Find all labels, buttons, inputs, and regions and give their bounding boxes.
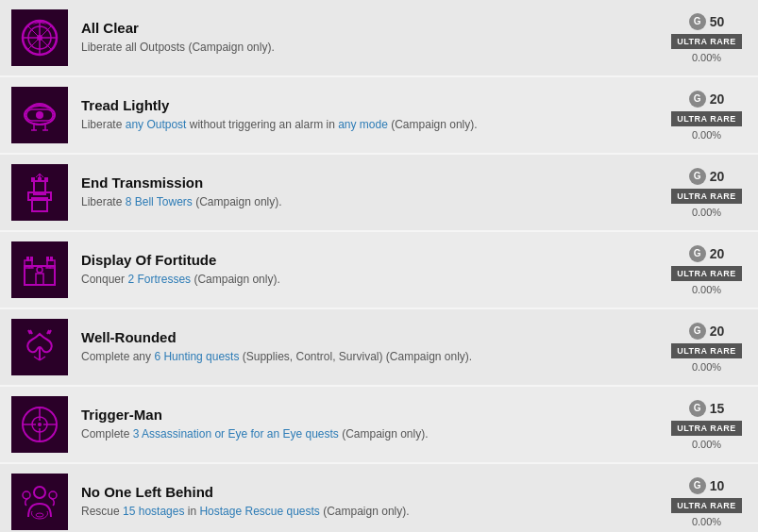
g-icon: G [689,477,706,494]
gamerscore: G 20 [689,323,725,340]
achievement-content: Trigger-Man Complete 3 Assassination or … [81,407,666,442]
rarity-percent: 0.00% [692,516,721,527]
achievement-content: Tread Lightly Liberate any Outpost witho… [81,97,666,133]
achievement-content: Well-Rounded Complete any 6 Hunting ques… [81,329,666,365]
rarity-badge: ULTRA RARE [671,34,742,49]
achievement-content: All Clear Liberate all Outposts (Campaig… [81,20,666,56]
gamerscore-value: 15 [710,401,725,416]
rarity-badge: ULTRA RARE [671,498,742,513]
achievement-row: End Transmission Liberate 8 Bell Towers … [0,155,758,232]
achievement-title: Display Of Fortitude [81,252,657,268]
achievement-description-container: Complete 3 Assassination or Eye for an E… [81,426,657,442]
achievement-description-container: Conquer 2 Fortresses (Campaign only). [81,272,657,288]
rarity-percent: 0.00% [692,52,721,63]
svg-rect-26 [36,274,43,285]
svg-rect-28 [30,257,33,261]
g-icon: G [689,245,706,262]
svg-point-42 [34,487,45,498]
achievement-highlight: 2 Fortresses [127,273,191,286]
svg-rect-17 [31,177,35,182]
achievement-right: G 10 ULTRA RARE 0.00% [666,477,747,527]
svg-rect-30 [50,257,53,261]
gamerscore-value: 20 [710,169,725,184]
achievement-description-container: Liberate any Outpost without triggering … [81,117,657,133]
achievement-description: Liberate all Outposts (Campaign only). [81,41,275,54]
svg-rect-27 [26,257,29,261]
achievement-icon-well-rounded [11,319,68,375]
gamerscore: G 10 [689,477,725,494]
achievement-right: G 20 ULTRA RARE 0.00% [666,91,747,141]
g-icon: G [689,168,706,185]
rarity-badge: ULTRA RARE [671,111,742,126]
rarity-percent: 0.00% [692,207,721,218]
achievement-icon-all-clear [11,9,68,66]
achievement-content: No One Left Behind Rescue 15 hostages in… [81,484,666,520]
gamerscore-value: 20 [710,91,725,107]
achievement-description-container: Liberate 8 Bell Towers (Campaign only). [81,194,657,210]
achievement-right: G 20 ULTRA RARE 0.00% [666,168,747,218]
svg-point-8 [36,111,43,119]
achievement-right: G 50 ULTRA RARE 0.00% [666,13,747,63]
gamerscore: G 20 [689,245,725,262]
achievement-icon-no-one-left-behind [11,474,68,530]
svg-point-44 [49,491,57,499]
svg-point-43 [23,491,30,499]
rarity-percent: 0.00% [692,129,721,141]
achievement-highlight: 8 Bell Towers [126,195,193,208]
achievement-icon-display-of-fortitude [11,241,68,298]
achievement-highlight: Hostage Rescue quests [199,505,319,518]
rarity-percent: 0.00% [692,284,721,295]
achievement-content: Display Of Fortitude Conquer 2 Fortresse… [81,252,666,288]
svg-point-6 [37,35,42,41]
achievement-highlight: any mode [338,118,388,131]
svg-rect-23 [25,266,55,285]
rarity-badge: ULTRA RARE [671,343,742,358]
rarity-percent: 0.00% [692,361,721,373]
achievement-title: All Clear [81,20,657,36]
achievement-highlight: any Outpost [126,118,187,131]
achievement-highlight: 6 Hunting quests [154,350,239,363]
gamerscore-value: 50 [710,14,725,29]
gamerscore-value: 20 [710,246,725,261]
achievement-row: No One Left Behind Rescue 15 hostages in… [0,464,758,532]
achievement-title: Tread Lightly [81,97,657,113]
achievement-row: Display Of Fortitude Conquer 2 Fortresse… [0,232,758,309]
g-icon: G [689,13,706,30]
achievement-highlight: 15 hostages [123,505,184,518]
g-icon: G [689,91,706,108]
achievement-icon-trigger-man [11,396,68,453]
svg-rect-29 [46,257,49,261]
achievement-title: Well-Rounded [81,329,657,345]
achievement-right: G 15 ULTRA RARE 0.00% [666,400,747,450]
achievement-description-container: Liberate all Outposts (Campaign only). [81,40,657,56]
gamerscore-value: 10 [710,478,725,493]
svg-point-36 [38,423,42,426]
rarity-badge: ULTRA RARE [671,421,742,436]
achievement-icon-end-transmission [11,164,68,221]
achievement-description-container: Rescue 15 hostages in Hostage Rescue que… [81,504,657,520]
achievement-right: G 20 ULTRA RARE 0.00% [666,323,747,373]
achievement-right: G 20 ULTRA RARE 0.00% [666,245,747,295]
achievement-title: No One Left Behind [81,484,657,500]
achievement-row: Well-Rounded Complete any 6 Hunting ques… [0,309,758,387]
achievement-list: All Clear Liberate all Outposts (Campaig… [0,0,758,532]
achievement-description-container: Complete any 6 Hunting quests (Supplies,… [81,349,657,365]
achievement-title: Trigger-Man [81,407,657,423]
g-icon: G [689,323,706,340]
gamerscore: G 20 [689,168,725,185]
achievement-highlight: 3 Assassination or Eye for an Eye quests [133,427,339,441]
svg-point-31 [37,267,42,273]
gamerscore: G 20 [689,91,725,108]
achievement-icon-tread-lightly [11,87,68,143]
achievement-row: Trigger-Man Complete 3 Assassination or … [0,387,758,464]
g-icon: G [689,400,706,417]
achievement-row: All Clear Liberate all Outposts (Campaig… [0,0,758,77]
gamerscore: G 15 [689,400,725,417]
svg-rect-19 [44,177,48,182]
achievement-row: Tread Lightly Liberate any Outpost witho… [0,77,758,155]
gamerscore-value: 20 [710,324,725,339]
rarity-badge: ULTRA RARE [671,189,742,204]
achievement-title: End Transmission [81,175,657,191]
gamerscore: G 50 [689,13,725,30]
rarity-percent: 0.00% [692,439,721,450]
